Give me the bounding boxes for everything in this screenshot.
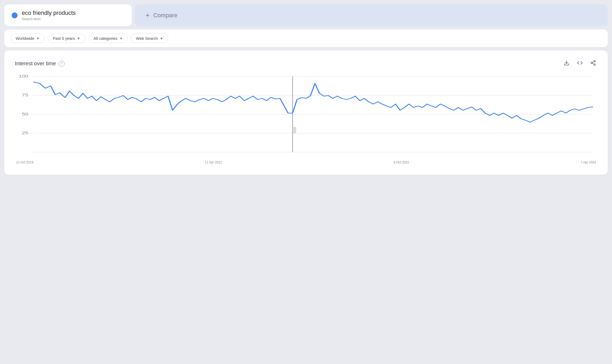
svg-line-5: [592, 62, 594, 63]
x-label-2: 11 Apr 2021: [205, 161, 222, 164]
location-label: Worldwide: [16, 36, 34, 41]
compare-label: Compare: [153, 12, 177, 19]
search-text-block: eco friendly products Search term: [22, 10, 76, 21]
chart-header: Interest over time ?: [15, 59, 597, 68]
search-type-label: Search term: [22, 17, 76, 21]
svg-text:Note: Note: [292, 127, 297, 133]
chart-svg: 100 75 50 25 Note: [15, 73, 597, 158]
search-term: eco friendly products: [22, 10, 76, 16]
share-icon: [590, 60, 596, 66]
embed-icon: [577, 60, 583, 66]
help-icon[interactable]: ?: [59, 61, 65, 67]
chart-title: Interest over time: [15, 60, 56, 67]
svg-text:75: 75: [22, 93, 28, 97]
download-icon: [564, 60, 570, 66]
chart-actions: [563, 59, 597, 68]
x-labels: 13 Oct 2019 11 Apr 2021 9 Oct 2022 7 Apr…: [15, 161, 597, 164]
category-chevron-icon: ▼: [120, 37, 123, 40]
search-type-label: Web Search: [136, 36, 158, 41]
x-label-1: 13 Oct 2019: [16, 161, 33, 164]
compare-plus-icon: +: [146, 11, 150, 19]
filters-section: Worldwide ▼ Past 5 years ▼ All categorie…: [4, 29, 608, 47]
svg-text:50: 50: [22, 112, 28, 116]
category-filter[interactable]: All categories ▼: [88, 34, 128, 43]
download-button[interactable]: [563, 59, 571, 68]
svg-line-4: [592, 63, 594, 64]
x-label-4: 7 Apr 2024: [581, 161, 596, 164]
x-label-3: 9 Oct 2022: [394, 161, 409, 164]
top-section: eco friendly products Search term + Comp…: [4, 4, 608, 26]
compare-card[interactable]: + Compare: [135, 4, 608, 26]
search-card: eco friendly products Search term: [4, 4, 132, 26]
search-type-filter[interactable]: Web Search ▼: [131, 34, 168, 43]
chart-title-group: Interest over time ?: [15, 60, 65, 67]
chart-card: Interest over time ?: [4, 50, 608, 175]
time-label: Past 5 years: [53, 36, 75, 41]
category-label: All categories: [94, 36, 117, 41]
share-button[interactable]: [589, 59, 597, 68]
embed-button[interactable]: [576, 59, 584, 68]
chart-area: 100 75 50 25 Note: [15, 73, 597, 158]
search-dot: [12, 12, 18, 18]
location-filter[interactable]: Worldwide ▼: [11, 34, 45, 43]
time-filter[interactable]: Past 5 years ▼: [48, 34, 85, 43]
svg-text:100: 100: [19, 74, 28, 78]
time-chevron-icon: ▼: [77, 37, 80, 40]
search-type-chevron-icon: ▼: [160, 37, 163, 40]
location-chevron-icon: ▼: [36, 37, 40, 40]
svg-text:25: 25: [22, 131, 28, 135]
